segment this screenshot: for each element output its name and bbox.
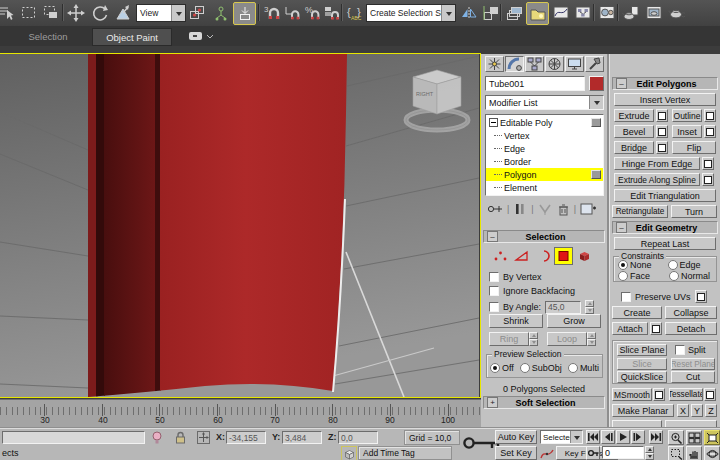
pan-hand-icon[interactable] <box>686 446 702 460</box>
tab-utilities-icon[interactable] <box>585 56 604 72</box>
retriangulate-button[interactable]: Retriangulate <box>612 205 668 218</box>
detach-button[interactable]: Detach <box>665 322 717 335</box>
inset-settings-icon[interactable] <box>704 125 716 138</box>
configure-modifier-sets-icon[interactable] <box>580 202 596 216</box>
ignore-backfacing-checkbox[interactable] <box>489 286 499 296</box>
zoom-extents-icon[interactable] <box>704 430 720 445</box>
expand-plus-icon[interactable]: + <box>487 397 498 408</box>
stack-row-vertex[interactable]: Vertex <box>486 129 603 142</box>
edit-geometry-rollout-header[interactable]: – Edit Geometry <box>612 221 718 234</box>
set-key-button[interactable]: Set Key <box>495 446 537 460</box>
reset-plane-button[interactable]: Reset Plane <box>671 358 715 370</box>
extrude-along-spline-settings-icon[interactable] <box>702 173 714 186</box>
zoom-all-icon[interactable] <box>686 430 702 445</box>
render-production-icon[interactable] <box>665 2 686 23</box>
angle-snap-toggle-icon[interactable] <box>282 2 303 23</box>
insert-vertex-button[interactable]: Insert Vertex <box>614 93 716 106</box>
hinge-settings-icon[interactable] <box>702 157 714 170</box>
bevel-settings-icon[interactable] <box>656 125 668 138</box>
selection-lock-icon[interactable] <box>173 430 188 447</box>
tessellate-settings-icon[interactable] <box>704 388 716 401</box>
preview-subobj-radio[interactable] <box>520 363 530 373</box>
preserve-uvs-checkbox[interactable] <box>621 292 631 302</box>
viewcube-face-label[interactable]: RIGHT <box>416 91 434 97</box>
collapse-button[interactable]: Collapse <box>665 306 717 319</box>
tab-motion-icon[interactable] <box>545 56 564 72</box>
make-planar-y-button[interactable]: Y <box>691 404 703 417</box>
make-planar-z-button[interactable]: Z <box>705 404 717 417</box>
constraint-normal-radio[interactable] <box>669 271 679 281</box>
make-planar-button[interactable]: Make Planar <box>612 404 674 417</box>
align-icon[interactable] <box>480 2 501 23</box>
tab-selection[interactable]: Selection <box>8 28 88 44</box>
layer-manager-icon[interactable] <box>503 2 524 23</box>
ring-spinner[interactable] <box>529 332 538 346</box>
keyboard-shortcut-override-icon[interactable] <box>233 2 256 25</box>
select-and-move-icon[interactable] <box>65 2 86 23</box>
stack-onoff-square[interactable] <box>591 170 601 179</box>
outline-button[interactable]: Outline <box>672 109 702 122</box>
key-mode-toggle-icon[interactable] <box>586 446 600 460</box>
stack-row-editable-poly[interactable]: Editable Poly <box>486 116 603 129</box>
edit-triangulation-button[interactable]: Edit Triangulation <box>614 189 716 202</box>
tube-object[interactable] <box>88 54 350 397</box>
graphite-ribbon-toggle-icon[interactable] <box>526 2 549 25</box>
split-checkbox[interactable] <box>675 345 685 355</box>
window-crossing-toggle-icon[interactable] <box>40 2 61 23</box>
material-editor-icon[interactable] <box>596 2 617 23</box>
stack-row-polygon-selected[interactable]: Polygon <box>486 168 603 181</box>
curve-editor-icon[interactable] <box>550 2 571 23</box>
chevron-down-icon[interactable] <box>171 5 185 21</box>
select-and-rotate-icon[interactable] <box>89 2 110 23</box>
soft-selection-rollout-header[interactable]: + Soft Selection <box>483 396 605 409</box>
grow-button[interactable]: Grow <box>547 314 601 328</box>
modifier-list-dropdown[interactable]: Modifier List <box>485 95 604 110</box>
remove-modifier-icon[interactable] <box>556 202 570 216</box>
msmooth-settings-icon[interactable] <box>653 388 665 401</box>
bulb-icon[interactable] <box>150 430 165 447</box>
preserve-uvs-settings-icon[interactable] <box>695 290 707 303</box>
by-angle-checkbox[interactable] <box>489 302 499 312</box>
msmooth-button[interactable]: MSmooth <box>612 388 652 401</box>
create-button[interactable]: Create <box>612 306 662 319</box>
tessellate-button[interactable]: Tessellate <box>669 388 703 401</box>
hinge-from-edge-button[interactable]: Hinge From Edge <box>614 157 700 170</box>
snaps-toggle-3d-icon[interactable]: 3 <box>261 2 282 23</box>
next-frame-button[interactable] <box>631 430 645 444</box>
select-object-icon[interactable] <box>0 2 16 23</box>
by-vertex-checkbox[interactable] <box>489 272 499 282</box>
subobject-border-icon[interactable] <box>533 247 552 265</box>
collapse-minus-icon[interactable] <box>489 118 498 127</box>
selection-filter-dropdown[interactable]: Selected <box>540 430 583 444</box>
perspective-viewport[interactable]: RIGHT <box>0 53 481 398</box>
inset-button[interactable]: Inset <box>672 125 702 138</box>
make-planar-x-button[interactable]: X <box>677 404 689 417</box>
collapse-minus-icon[interactable]: – <box>616 222 627 233</box>
go-to-start-button[interactable] <box>586 430 600 444</box>
extrude-settings-icon[interactable] <box>656 109 668 122</box>
by-angle-field[interactable]: 45,0 <box>545 301 581 314</box>
attach-settings-icon[interactable] <box>650 322 662 335</box>
stack-row-element[interactable]: Element <box>486 181 603 194</box>
zoom-icon[interactable] <box>668 430 684 445</box>
x-coord-field[interactable]: -34,155 <box>226 431 266 444</box>
panel-splitter[interactable] <box>607 54 610 427</box>
percent-snap-toggle-icon[interactable]: % <box>302 2 323 23</box>
constraint-face-radio[interactable] <box>618 271 628 281</box>
go-to-end-button[interactable] <box>649 430 663 444</box>
extrude-button[interactable]: Extrude <box>614 109 654 122</box>
tab-display-icon[interactable] <box>565 56 584 72</box>
show-end-result-icon[interactable] <box>513 202 527 216</box>
preview-multi-radio[interactable] <box>568 363 578 373</box>
subobject-vertex-icon[interactable] <box>491 247 510 265</box>
frame-spinner[interactable] <box>645 446 654 460</box>
add-time-tag[interactable]: Add Time Tag <box>358 446 452 460</box>
edit-named-selection-sets-icon[interactable]: {}ABC <box>344 2 365 23</box>
chevron-down-icon[interactable] <box>589 96 603 109</box>
track-bar[interactable]: 30 40 50 60 70 80 90 100 <box>0 399 481 427</box>
bridge-settings-icon[interactable] <box>656 141 668 154</box>
zoom-region-icon[interactable] <box>668 446 684 460</box>
bevel-button[interactable]: Bevel <box>614 125 654 138</box>
absolute-offset-mode-icon[interactable] <box>196 430 211 447</box>
rendered-frame-window-icon[interactable] <box>643 2 664 23</box>
